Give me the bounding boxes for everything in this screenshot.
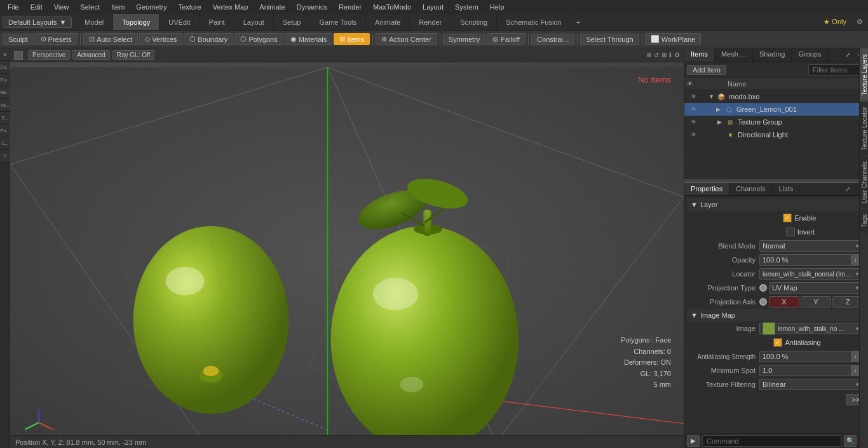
tab-setup[interactable]: Setup [274, 14, 311, 30]
materials-button[interactable]: ◉ Materials [285, 33, 333, 45]
polygons-button[interactable]: ⬡ Polygons [234, 33, 283, 45]
left-tab-2[interactable]: De... [0, 61, 10, 74]
auto-select-button[interactable]: ⊡ Auto Select [83, 33, 138, 45]
aa-strength-value[interactable]: 100.0 % ↕ [759, 351, 863, 362]
min-spot-value[interactable]: 1.0 ↕ [759, 365, 863, 376]
symmetry-button[interactable]: Symmetry [443, 34, 486, 45]
tab-paint[interactable]: Paint [200, 14, 234, 30]
tab-animate[interactable]: Animate [366, 14, 410, 30]
menu-system[interactable]: System [450, 2, 484, 12]
menu-render[interactable]: Render [334, 2, 367, 12]
side-tab-tags[interactable]: Tags [860, 208, 868, 233]
opacity-scroll-btn[interactable]: ↕ [851, 254, 860, 266]
menu-help[interactable]: Help [485, 2, 510, 12]
command-input[interactable] [702, 435, 841, 447]
proj-axis-x[interactable]: X [769, 296, 799, 308]
items-tab-groups[interactable]: Groups [792, 48, 828, 62]
add-item-button[interactable]: Add Item [687, 65, 726, 75]
tree-arrow-2[interactable]: ▶ [716, 106, 724, 112]
menu-file[interactable]: File [3, 2, 24, 12]
menu-texture[interactable]: Texture [173, 2, 207, 12]
menu-item[interactable]: Item [106, 2, 130, 12]
presets-button[interactable]: ⊙ Presets [35, 33, 78, 45]
eye-icon-4[interactable]: 👁 [688, 130, 698, 140]
items-tab-items[interactable]: Items [684, 48, 715, 62]
left-tab-5[interactable]: Ve... [0, 99, 10, 112]
menu-geometry[interactable]: Geometry [131, 2, 172, 12]
tree-arrow-1[interactable]: ▼ [709, 93, 716, 100]
vp-icon-1[interactable]: ⊕ [646, 51, 651, 58]
tab-settings-icon[interactable]: ⚙ [851, 15, 868, 29]
vp-icon-2[interactable]: ↺ [654, 51, 659, 58]
image-map-section-header[interactable]: ▼ Image Map [687, 309, 865, 322]
menu-select[interactable]: Select [75, 2, 105, 12]
command-search-button[interactable]: 🔍 [844, 435, 857, 447]
tab-model[interactable]: Model [76, 14, 113, 30]
invert-checkbox[interactable] [786, 227, 795, 236]
left-tab-3[interactable]: Du... [0, 74, 10, 86]
tab-render[interactable]: Render [410, 14, 451, 30]
items-tab-shading[interactable]: Shading [753, 48, 792, 62]
opacity-value[interactable]: 100.0 % ↕ [759, 254, 863, 266]
min-spot-scroll-btn[interactable]: ↕ [851, 365, 860, 376]
perspective-badge[interactable]: Perspective [28, 50, 70, 60]
menu-layout[interactable]: Layout [417, 2, 449, 12]
tab-scripting[interactable]: Scripting [451, 14, 497, 30]
boundary-button[interactable]: ⬡ Boundary [184, 33, 233, 45]
menu-dynamics[interactable]: Dynamics [292, 2, 332, 12]
locator-dropdown[interactable]: lemon_with_stalk_normal (Im ... ▼ [759, 268, 863, 280]
layer-section-header[interactable]: ▼ Layer [687, 198, 865, 211]
tab-star[interactable]: ★ Only [818, 15, 851, 29]
tree-item-modo-bxo[interactable]: 👁 ▼ 📦 modo.bxo [684, 90, 868, 103]
left-tab-1[interactable]: B [0, 48, 10, 61]
eye-icon-1[interactable]: 👁 [688, 92, 698, 102]
menu-animate[interactable]: Animate [254, 2, 290, 12]
3d-scene[interactable]: No Items Polygons : Face Channels: 0 Def… [10, 62, 684, 448]
command-run-button[interactable]: ▶ [687, 435, 700, 447]
image-value-field[interactable]: lemon_with_stalk_no ... ▼ [759, 323, 863, 334]
tab-uvedit[interactable]: UVEdit [159, 14, 200, 30]
vp-icon-4[interactable]: ℹ [669, 51, 672, 58]
tab-lists[interactable]: Lists [773, 183, 801, 195]
tab-channels[interactable]: Channels [729, 183, 772, 195]
proj-type-dropdown[interactable]: UV Map ▼ [769, 282, 863, 294]
tab-add-button[interactable]: + [571, 16, 585, 29]
side-tab-texture-locator[interactable]: Texture Locator [860, 101, 868, 156]
tree-item-green-lemon[interactable]: 👁 ▶ ⬡ Green_Lemon_001 [684, 103, 868, 116]
menu-view[interactable]: View [49, 2, 74, 12]
side-tab-texture-layers[interactable]: Texture Layers [860, 48, 868, 101]
left-tab-8[interactable]: C... [0, 137, 10, 150]
antialiasing-checkbox[interactable]: ✓ [773, 338, 782, 347]
left-tab-6[interactable]: E... [0, 112, 10, 125]
advanced-badge[interactable]: Advanced [72, 50, 109, 60]
viewport-canvas[interactable]: No Items Polygons : Face Channels: 0 Def… [10, 62, 684, 448]
vp-icon-5[interactable]: ⚙ [674, 51, 680, 58]
eye-icon-2[interactable]: 👁 [688, 104, 698, 114]
enable-checkbox[interactable]: ✓ [783, 214, 792, 222]
action-center-button[interactable]: ⊕ Action Center [376, 33, 437, 45]
tree-arrow-3[interactable]: ▶ [717, 119, 725, 125]
proj-type-radio[interactable] [759, 284, 767, 292]
sculpt-button[interactable]: Sculpt [3, 34, 34, 45]
props-expand-icon[interactable]: ⤢ [843, 184, 853, 194]
left-tab-7[interactable]: Po... [0, 125, 10, 137]
tab-layout[interactable]: Layout [234, 14, 274, 30]
ray-gl-badge[interactable]: Ray GL: Off [112, 50, 155, 60]
blend-mode-dropdown[interactable]: Normal ▼ [759, 240, 863, 252]
menu-vertex-map[interactable]: Vertex Map [208, 2, 254, 12]
filter-items-input[interactable] [808, 64, 865, 76]
left-tab-9[interactable]: F [0, 150, 10, 163]
proj-axis-radio[interactable] [759, 298, 767, 306]
menu-edit[interactable]: Edit [25, 2, 48, 12]
vp-icon-3[interactable]: ⊞ [661, 51, 667, 58]
menu-maxtomodo[interactable]: MaxToModo [368, 2, 416, 12]
items-expand-icon[interactable]: ⤢ [843, 50, 853, 60]
items-button[interactable]: ⊞ Items [334, 33, 370, 45]
tree-item-directional-light[interactable]: 👁 ☀ Directional Light [684, 128, 868, 141]
aa-strength-scroll-btn[interactable]: ↕ [851, 351, 860, 362]
proj-axis-z[interactable]: Z [832, 296, 863, 308]
left-tab-4[interactable]: Me... [0, 86, 10, 99]
tab-properties[interactable]: Properties [684, 183, 729, 195]
eye-icon-3[interactable]: 👁 [688, 117, 698, 127]
layout-selector[interactable]: Default Layouts ▼ [3, 17, 72, 28]
